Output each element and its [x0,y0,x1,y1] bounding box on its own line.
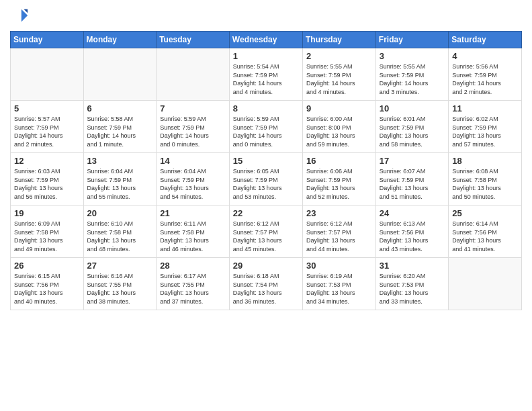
calendar-cell: 29Sunrise: 6:18 AM Sunset: 7:54 PM Dayli… [229,258,302,310]
day-info: Sunrise: 6:13 AM Sunset: 7:56 PM Dayligh… [380,220,445,253]
day-number: 10 [380,103,445,113]
day-number: 28 [160,261,226,271]
calendar-cell: 20Sunrise: 6:10 AM Sunset: 7:58 PM Dayli… [83,205,157,258]
week-row-3: 19Sunrise: 6:09 AM Sunset: 7:58 PM Dayli… [11,205,522,258]
calendar-cell: 15Sunrise: 6:05 AM Sunset: 7:59 PM Dayli… [229,153,302,205]
calendar-cell: 2Sunrise: 5:55 AM Sunset: 7:59 PM Daylig… [302,48,375,101]
weekday-header-friday: Friday [375,32,448,48]
day-info: Sunrise: 6:09 AM Sunset: 7:58 PM Dayligh… [14,220,80,253]
weekday-header-wednesday: Wednesday [229,32,302,48]
day-info: Sunrise: 6:06 AM Sunset: 7:59 PM Dayligh… [306,167,372,201]
calendar-cell: 12Sunrise: 6:03 AM Sunset: 7:59 PM Dayli… [11,153,84,205]
day-number: 2 [306,51,372,61]
calendar-cell: 1Sunrise: 5:54 AM Sunset: 7:59 PM Daylig… [229,48,302,101]
day-number: 23 [306,208,372,218]
day-info: Sunrise: 6:03 AM Sunset: 7:59 PM Dayligh… [14,167,80,201]
day-info: Sunrise: 5:54 AM Sunset: 7:59 PM Dayligh… [233,62,299,96]
calendar-cell: 7Sunrise: 5:59 AM Sunset: 7:59 PM Daylig… [157,101,230,153]
calendar-cell: 27Sunrise: 6:16 AM Sunset: 7:55 PM Dayli… [83,258,157,310]
day-info: Sunrise: 6:10 AM Sunset: 7:58 PM Dayligh… [87,220,153,253]
day-number: 1 [233,51,299,61]
day-number: 5 [14,103,80,113]
calendar-cell [157,48,230,101]
day-number: 20 [87,208,153,218]
day-info: Sunrise: 6:11 AM Sunset: 7:58 PM Dayligh… [160,220,226,253]
day-info: Sunrise: 5:59 AM Sunset: 7:59 PM Dayligh… [160,115,226,148]
calendar-cell: 13Sunrise: 6:04 AM Sunset: 7:59 PM Dayli… [83,153,157,205]
calendar-cell [449,258,522,310]
day-info: Sunrise: 6:00 AM Sunset: 8:00 PM Dayligh… [306,115,372,148]
calendar-cell: 17Sunrise: 6:07 AM Sunset: 7:59 PM Dayli… [375,153,448,205]
day-info: Sunrise: 6:12 AM Sunset: 7:57 PM Dayligh… [233,220,299,253]
day-number: 18 [452,156,518,166]
day-info: Sunrise: 6:01 AM Sunset: 7:59 PM Dayligh… [380,115,445,148]
calendar-cell: 30Sunrise: 6:19 AM Sunset: 7:53 PM Dayli… [302,258,375,310]
day-info: Sunrise: 6:05 AM Sunset: 7:59 PM Dayligh… [233,167,299,201]
day-number: 14 [160,156,226,166]
calendar-cell: 6Sunrise: 5:58 AM Sunset: 7:59 PM Daylig… [83,101,157,153]
logo [10,7,32,26]
day-number: 26 [14,261,80,271]
day-info: Sunrise: 6:14 AM Sunset: 7:56 PM Dayligh… [452,220,518,253]
calendar-cell: 28Sunrise: 6:17 AM Sunset: 7:55 PM Dayli… [157,258,230,310]
day-info: Sunrise: 6:04 AM Sunset: 7:59 PM Dayligh… [160,167,226,201]
calendar-cell [83,48,157,101]
page: SundayMondayTuesdayWednesdayThursdayFrid… [0,0,532,411]
calendar-cell: 22Sunrise: 6:12 AM Sunset: 7:57 PM Dayli… [229,205,302,258]
day-info: Sunrise: 5:55 AM Sunset: 7:59 PM Dayligh… [380,62,445,96]
day-number: 8 [233,103,299,113]
week-row-2: 12Sunrise: 6:03 AM Sunset: 7:59 PM Dayli… [11,153,522,205]
day-number: 6 [87,103,153,113]
calendar-cell: 16Sunrise: 6:06 AM Sunset: 7:59 PM Dayli… [302,153,375,205]
day-info: Sunrise: 6:07 AM Sunset: 7:59 PM Dayligh… [380,167,445,201]
week-row-4: 26Sunrise: 6:15 AM Sunset: 7:56 PM Dayli… [11,258,522,310]
day-info: Sunrise: 5:56 AM Sunset: 7:59 PM Dayligh… [452,62,518,96]
day-number: 15 [233,156,299,166]
calendar-cell: 5Sunrise: 5:57 AM Sunset: 7:59 PM Daylig… [11,101,84,153]
day-info: Sunrise: 6:18 AM Sunset: 7:54 PM Dayligh… [233,272,299,306]
weekday-header-sunday: Sunday [11,32,84,48]
day-number: 19 [14,208,80,218]
day-number: 27 [87,261,153,271]
day-number: 11 [452,103,518,113]
day-info: Sunrise: 6:08 AM Sunset: 7:58 PM Dayligh… [452,167,518,201]
logo-icon [10,7,29,26]
day-info: Sunrise: 6:17 AM Sunset: 7:55 PM Dayligh… [160,272,226,306]
day-number: 24 [380,208,445,218]
calendar-cell: 3Sunrise: 5:55 AM Sunset: 7:59 PM Daylig… [375,48,448,101]
calendar-cell: 10Sunrise: 6:01 AM Sunset: 7:59 PM Dayli… [375,101,448,153]
calendar-cell: 31Sunrise: 6:20 AM Sunset: 7:53 PM Dayli… [375,258,448,310]
day-number: 9 [306,103,372,113]
calendar-cell: 14Sunrise: 6:04 AM Sunset: 7:59 PM Dayli… [157,153,230,205]
day-number: 29 [233,261,299,271]
day-number: 25 [452,208,518,218]
header [10,7,522,26]
day-number: 22 [233,208,299,218]
day-info: Sunrise: 6:20 AM Sunset: 7:53 PM Dayligh… [380,272,445,306]
week-row-1: 5Sunrise: 5:57 AM Sunset: 7:59 PM Daylig… [11,101,522,153]
day-info: Sunrise: 6:16 AM Sunset: 7:55 PM Dayligh… [87,272,153,306]
weekday-header-thursday: Thursday [302,32,375,48]
weekday-header-row: SundayMondayTuesdayWednesdayThursdayFrid… [11,32,522,48]
weekday-header-saturday: Saturday [449,32,522,48]
calendar-cell: 9Sunrise: 6:00 AM Sunset: 8:00 PM Daylig… [302,101,375,153]
calendar-cell: 25Sunrise: 6:14 AM Sunset: 7:56 PM Dayli… [449,205,522,258]
day-number: 12 [14,156,80,166]
day-number: 17 [380,156,445,166]
day-info: Sunrise: 5:59 AM Sunset: 7:59 PM Dayligh… [233,115,299,148]
calendar-cell: 19Sunrise: 6:09 AM Sunset: 7:58 PM Dayli… [11,205,84,258]
day-number: 30 [306,261,372,271]
calendar-cell [11,48,84,101]
day-number: 4 [452,51,518,61]
calendar-cell: 23Sunrise: 6:12 AM Sunset: 7:57 PM Dayli… [302,205,375,258]
week-row-0: 1Sunrise: 5:54 AM Sunset: 7:59 PM Daylig… [11,48,522,101]
calendar-cell: 21Sunrise: 6:11 AM Sunset: 7:58 PM Dayli… [157,205,230,258]
day-info: Sunrise: 6:12 AM Sunset: 7:57 PM Dayligh… [306,220,372,253]
day-info: Sunrise: 6:19 AM Sunset: 7:53 PM Dayligh… [306,272,372,306]
day-info: Sunrise: 5:55 AM Sunset: 7:59 PM Dayligh… [306,62,372,96]
day-number: 13 [87,156,153,166]
calendar: SundayMondayTuesdayWednesdayThursdayFrid… [10,31,522,310]
calendar-cell: 24Sunrise: 6:13 AM Sunset: 7:56 PM Dayli… [375,205,448,258]
day-number: 3 [380,51,445,61]
day-info: Sunrise: 5:57 AM Sunset: 7:59 PM Dayligh… [14,115,80,148]
